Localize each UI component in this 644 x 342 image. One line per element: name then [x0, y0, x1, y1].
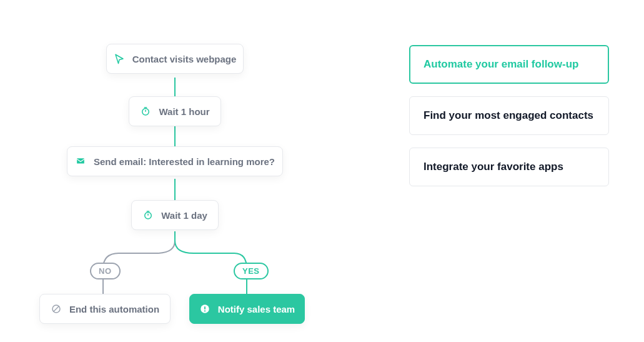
option-automate-email-followup[interactable]: Automate your email follow-up [409, 45, 609, 84]
timer-icon [140, 106, 151, 117]
flow-node-label: Send email: Interested in learning more? [94, 156, 275, 167]
timer-icon [142, 209, 154, 221]
svg-rect-6 [77, 158, 84, 163]
option-label: Automate your email follow-up [424, 58, 578, 70]
flow-node-wait-1h[interactable]: Wait 1 hour [129, 96, 221, 126]
flow-node-wait-1d[interactable]: Wait 1 day [131, 200, 219, 230]
flow-node-label: End this automation [69, 304, 159, 314]
mail-icon [75, 156, 86, 167]
svg-line-11 [53, 306, 59, 312]
option-label: Integrate your favorite apps [424, 161, 563, 173]
flow-node-label: Notify sales team [218, 304, 295, 314]
option-label: Find your most engaged contacts [424, 109, 593, 121]
flow-node-notify[interactable]: Notify sales team [189, 294, 305, 324]
branch-pill-yes: YES [234, 263, 269, 279]
cursor-icon [114, 53, 125, 64]
flow-node-end[interactable]: End this automation [39, 294, 171, 324]
option-integrate-apps[interactable]: Integrate your favorite apps [409, 148, 609, 186]
automation-flow-diagram: Contact visits webpage Wait 1 hour Send … [34, 44, 340, 338]
option-find-engaged-contacts[interactable]: Find your most engaged contacts [409, 96, 609, 135]
flow-node-label: Wait 1 day [161, 210, 207, 221]
use-case-list: Automate your email follow-up Find your … [409, 45, 609, 186]
branch-pill-no: NO [90, 263, 121, 279]
flow-node-start[interactable]: Contact visits webpage [106, 44, 244, 74]
svg-point-14 [204, 310, 206, 311]
alert-icon [199, 303, 211, 314]
stop-icon [51, 303, 62, 314]
flow-node-label: Contact visits webpage [132, 54, 237, 64]
flow-node-label: Wait 1 hour [159, 106, 209, 117]
flow-node-send-email[interactable]: Send email: Interested in learning more? [67, 146, 283, 176]
